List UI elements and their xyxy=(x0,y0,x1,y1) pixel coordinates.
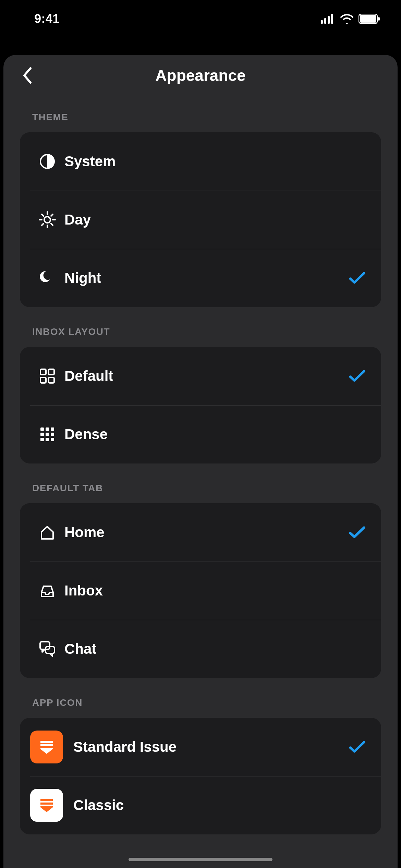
svg-line-13 xyxy=(42,214,44,216)
svg-rect-18 xyxy=(49,369,54,375)
svg-rect-27 xyxy=(40,438,44,441)
svg-rect-19 xyxy=(40,377,46,383)
svg-rect-30 xyxy=(40,642,50,649)
checkmark-icon xyxy=(347,369,367,383)
svg-point-8 xyxy=(44,217,50,223)
settings-sheet: Appearance THEME System xyxy=(3,55,398,868)
svg-line-14 xyxy=(51,224,53,225)
svg-rect-22 xyxy=(46,427,49,431)
svg-rect-3 xyxy=(331,14,333,24)
app-icon-option-standard[interactable]: Standard Issue xyxy=(20,718,381,776)
default-tab-option-label: Home xyxy=(64,524,347,541)
svg-rect-28 xyxy=(46,438,49,441)
grid-dense-icon xyxy=(30,426,64,443)
section-label-app-icon: APP ICON xyxy=(32,697,381,708)
app-icon-option-label: Classic xyxy=(73,797,347,813)
inbox-layout-option-label: Dense xyxy=(64,426,347,443)
back-button[interactable] xyxy=(17,65,38,86)
svg-rect-21 xyxy=(40,427,44,431)
svg-line-16 xyxy=(51,214,53,216)
svg-rect-24 xyxy=(40,433,44,436)
sheet-header: Appearance xyxy=(3,55,398,96)
page-title: Appearance xyxy=(155,66,245,85)
svg-rect-35 xyxy=(40,803,53,805)
status-indicators xyxy=(321,14,380,24)
app-icon-preview-standard xyxy=(30,731,63,763)
sun-icon xyxy=(30,211,64,229)
svg-line-15 xyxy=(42,224,44,225)
app-icon-option-classic[interactable]: Classic xyxy=(20,776,381,834)
section-label-inbox-layout: INBOX LAYOUT xyxy=(32,326,381,337)
default-tab-option-home[interactable]: Home xyxy=(20,503,381,562)
status-bar: 9:41 xyxy=(0,0,401,38)
grid-large-icon xyxy=(30,368,64,384)
svg-rect-23 xyxy=(51,427,54,431)
home-icon xyxy=(30,524,64,541)
svg-rect-1 xyxy=(324,18,326,24)
inbox-layout-option-default[interactable]: Default xyxy=(20,347,381,405)
theme-option-label: Night xyxy=(64,270,347,286)
section-label-default-tab: DEFAULT TAB xyxy=(32,483,381,494)
cellular-icon xyxy=(321,14,335,24)
svg-rect-0 xyxy=(321,20,323,24)
svg-rect-20 xyxy=(49,377,54,383)
theme-option-label: Day xyxy=(64,212,347,228)
chevron-left-icon xyxy=(22,67,33,84)
home-indicator[interactable] xyxy=(129,858,272,861)
svg-rect-2 xyxy=(328,16,330,24)
theme-option-label: System xyxy=(64,153,347,170)
section-label-theme: THEME xyxy=(32,112,381,123)
svg-rect-5 xyxy=(360,15,376,23)
group-app-icon: Standard Issue Classic xyxy=(20,718,381,834)
default-tab-option-inbox[interactable]: Inbox xyxy=(20,562,381,620)
svg-rect-29 xyxy=(51,438,54,441)
app-icon-option-label: Standard Issue xyxy=(73,739,347,755)
theme-option-night[interactable]: Night xyxy=(20,249,381,307)
group-inbox-layout: Default Dense xyxy=(20,347,381,463)
svg-rect-33 xyxy=(40,744,53,746)
theme-option-day[interactable]: Day xyxy=(20,191,381,249)
group-default-tab: Home Inbox xyxy=(20,503,381,678)
checkmark-icon xyxy=(347,526,367,539)
moon-icon xyxy=(30,270,64,286)
battery-icon xyxy=(359,14,380,24)
svg-rect-6 xyxy=(378,17,380,21)
svg-rect-26 xyxy=(51,433,54,436)
content: THEME System xyxy=(3,112,398,868)
inbox-layout-option-dense[interactable]: Dense xyxy=(20,405,381,463)
contrast-icon xyxy=(30,153,64,170)
inbox-icon xyxy=(30,582,64,599)
default-tab-option-label: Chat xyxy=(64,641,347,657)
wifi-icon xyxy=(340,14,354,24)
default-tab-option-label: Inbox xyxy=(64,582,347,599)
chat-icon xyxy=(30,640,64,658)
theme-option-system[interactable]: System xyxy=(20,132,381,191)
group-theme: System Day xyxy=(20,132,381,307)
svg-rect-32 xyxy=(40,741,53,743)
svg-rect-25 xyxy=(46,433,49,436)
default-tab-option-chat[interactable]: Chat xyxy=(20,620,381,678)
checkmark-icon xyxy=(347,740,367,754)
svg-rect-17 xyxy=(40,369,46,375)
inbox-layout-option-label: Default xyxy=(64,368,347,384)
status-time: 9:41 xyxy=(34,12,60,26)
app-icon-preview-classic xyxy=(30,789,63,822)
svg-rect-34 xyxy=(40,799,53,801)
checkmark-icon xyxy=(347,271,367,285)
